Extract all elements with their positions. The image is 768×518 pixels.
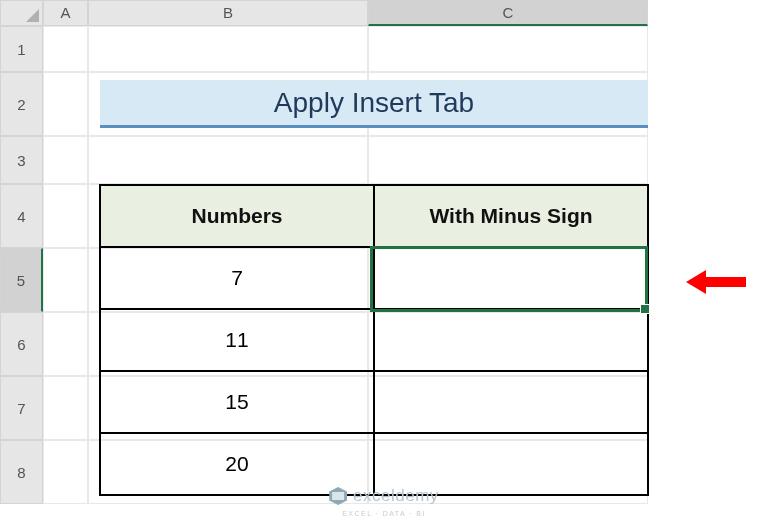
table-cell-m3[interactable] <box>373 370 649 434</box>
pointer-arrow-icon <box>686 270 746 294</box>
table-header-numbers: Numbers <box>99 184 375 248</box>
row-header-7[interactable]: 7 <box>0 376 43 440</box>
table-cell-m2[interactable] <box>373 308 649 372</box>
cell-a6[interactable] <box>43 312 88 376</box>
watermark-logo-icon <box>329 487 347 505</box>
title-banner: Apply Insert Tab <box>100 80 648 128</box>
row-header-5[interactable]: 5 <box>0 248 43 312</box>
table-cell-n1[interactable]: 7 <box>99 246 375 310</box>
row-header-2[interactable]: 2 <box>0 72 43 136</box>
row-header-1[interactable]: 1 <box>0 26 43 72</box>
table-cell-n2[interactable]: 11 <box>99 308 375 372</box>
cell-a1[interactable] <box>43 26 88 72</box>
table-cell-m1[interactable] <box>373 246 649 310</box>
cell-c1[interactable] <box>368 26 648 72</box>
watermark-text: exceldemy <box>353 486 439 506</box>
col-header-a[interactable]: A <box>43 0 88 26</box>
cell-b3[interactable] <box>88 136 368 184</box>
row-header-6[interactable]: 6 <box>0 312 43 376</box>
col-header-c[interactable]: C <box>368 0 648 26</box>
cell-a3[interactable] <box>43 136 88 184</box>
row-header-3[interactable]: 3 <box>0 136 43 184</box>
cell-a8[interactable] <box>43 440 88 504</box>
row-header-4[interactable]: 4 <box>0 184 43 248</box>
cell-b1[interactable] <box>88 26 368 72</box>
watermark: exceldemy <box>329 486 439 506</box>
row-header-8[interactable]: 8 <box>0 440 43 504</box>
cell-a7[interactable] <box>43 376 88 440</box>
table-header-minus: With Minus Sign <box>373 184 649 248</box>
cell-c3[interactable] <box>368 136 648 184</box>
table-cell-n3[interactable]: 15 <box>99 370 375 434</box>
col-header-b[interactable]: B <box>88 0 368 26</box>
cell-a4[interactable] <box>43 184 88 248</box>
data-table: Numbers With Minus Sign 7 11 15 20 <box>100 185 648 495</box>
select-all-corner[interactable] <box>0 0 43 26</box>
watermark-subtitle: EXCEL · DATA · BI <box>342 510 426 517</box>
cell-a5[interactable] <box>43 248 88 312</box>
cell-a2[interactable] <box>43 72 88 136</box>
